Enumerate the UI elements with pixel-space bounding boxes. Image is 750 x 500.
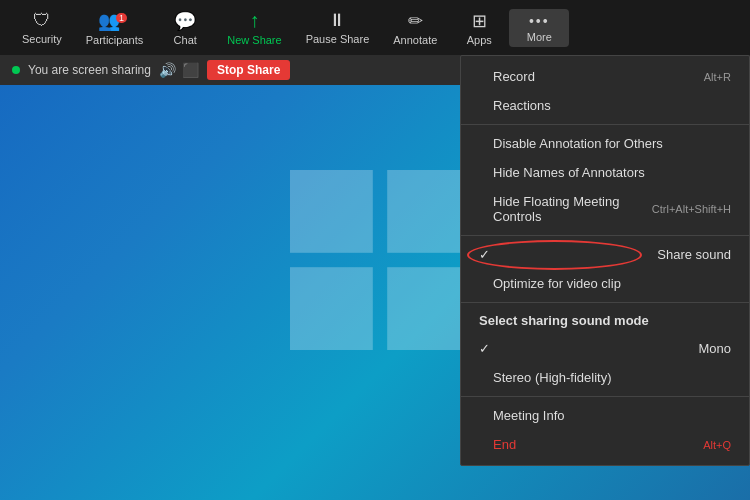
meeting-info-label: Meeting Info: [493, 408, 565, 423]
menu-disable-annotation[interactable]: Disable Annotation for Others: [461, 129, 749, 158]
security-icon: 🛡: [33, 10, 51, 31]
menu-hide-floating[interactable]: Hide Floating Meeting Controls Ctrl+Alt+…: [461, 187, 749, 231]
record-label: Record: [493, 69, 535, 84]
toolbar-pause-share[interactable]: ⏸ Pause Share: [294, 6, 382, 49]
participants-icon: 👥1: [98, 10, 131, 32]
chat-label: Chat: [174, 34, 197, 46]
pause-share-icon: ⏸: [328, 10, 346, 31]
menu-end[interactable]: End Alt+Q: [461, 430, 749, 459]
share-sound-label: Share sound: [657, 247, 731, 262]
toolbar-chat[interactable]: 💬 Chat: [155, 6, 215, 50]
svg-rect-2: [290, 267, 373, 350]
chat-icon: 💬: [174, 10, 196, 32]
sound-mode-section-label: Select sharing sound mode: [461, 307, 749, 334]
divider-3: [461, 302, 749, 303]
disable-annotation-label: Disable Annotation for Others: [493, 136, 663, 151]
menu-share-sound[interactable]: Share sound: [461, 240, 749, 269]
menu-hide-names[interactable]: Hide Names of Annotators: [461, 158, 749, 187]
stop-icon: ⬛: [182, 62, 199, 78]
share-banner-icons: 🔊 ⬛: [159, 62, 199, 78]
hide-names-label: Hide Names of Annotators: [493, 165, 645, 180]
end-shortcut: Alt+Q: [703, 439, 731, 451]
more-dropdown-menu: Record Alt+R Reactions Disable Annotatio…: [460, 55, 750, 466]
menu-stereo[interactable]: Stereo (High-fidelity): [461, 363, 749, 392]
pause-share-label: Pause Share: [306, 33, 370, 45]
stereo-label: Stereo (High-fidelity): [493, 370, 612, 385]
apps-label: Apps: [467, 34, 492, 46]
menu-record[interactable]: Record Alt+R: [461, 62, 749, 91]
hide-floating-label: Hide Floating Meeting Controls: [493, 194, 652, 224]
more-icon: •••: [529, 13, 550, 29]
menu-meeting-info[interactable]: Meeting Info: [461, 401, 749, 430]
mono-label: Mono: [698, 341, 731, 356]
share-banner-text: You are screen sharing: [28, 63, 151, 77]
menu-optimize-video[interactable]: Optimize for video clip: [461, 269, 749, 298]
apps-icon: ⊞: [472, 10, 487, 32]
reactions-label: Reactions: [493, 98, 551, 113]
svg-rect-0: [290, 170, 373, 253]
toolbar-annotate[interactable]: ✏ Annotate: [381, 6, 449, 50]
toolbar: 🛡 Security 👥1 Participants 💬 Chat ↑ New …: [0, 0, 750, 55]
participants-label: Participants: [86, 34, 143, 46]
optimize-video-label: Optimize for video clip: [493, 276, 621, 291]
toolbar-new-share[interactable]: ↑ New Share: [215, 5, 293, 50]
divider-2: [461, 235, 749, 236]
volume-icon: 🔊: [159, 62, 176, 78]
security-label: Security: [22, 33, 62, 45]
toolbar-participants[interactable]: 👥1 Participants: [74, 6, 155, 50]
share-status-dot: [12, 66, 20, 74]
menu-reactions[interactable]: Reactions: [461, 91, 749, 120]
new-share-label: New Share: [227, 34, 281, 46]
toolbar-apps[interactable]: ⊞ Apps: [449, 6, 509, 50]
divider-1: [461, 124, 749, 125]
share-sound-highlight-circle: [467, 240, 642, 270]
divider-4: [461, 396, 749, 397]
hide-floating-shortcut: Ctrl+Alt+Shift+H: [652, 203, 731, 215]
annotate-label: Annotate: [393, 34, 437, 46]
new-share-icon: ↑: [249, 9, 259, 32]
participants-badge: 1: [116, 13, 127, 23]
svg-rect-1: [387, 170, 470, 253]
toolbar-more[interactable]: ••• More: [509, 9, 569, 47]
record-shortcut: Alt+R: [704, 71, 731, 83]
annotate-icon: ✏: [408, 10, 423, 32]
toolbar-security[interactable]: 🛡 Security: [10, 6, 74, 49]
stop-share-button[interactable]: Stop Share: [207, 60, 290, 80]
windows-logo: [290, 160, 470, 360]
more-label: More: [527, 31, 552, 43]
end-label: End: [493, 437, 516, 452]
menu-mono[interactable]: Mono: [461, 334, 749, 363]
svg-rect-3: [387, 267, 470, 350]
